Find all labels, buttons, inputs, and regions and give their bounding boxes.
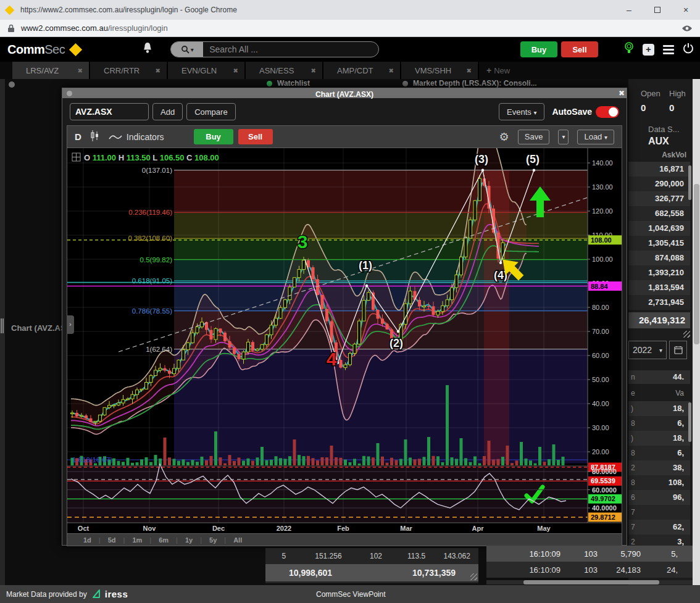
tab-vms-shh[interactable]: VMS/SHH✖ (401, 62, 479, 79)
interval-button[interactable]: D (75, 131, 81, 142)
market-data-text: Market Data provided by (6, 590, 87, 599)
tab-close-icon[interactable]: ✖ (78, 67, 83, 74)
depth-scrollbar[interactable] (688, 402, 691, 442)
depth-row[interactable]: 86, (628, 416, 690, 431)
search-box[interactable]: ▾ (170, 41, 379, 57)
chart-canvas[interactable]: 34(1)(2)(3)(4)(5)140.00130.00120.00110.0… (67, 148, 622, 533)
chart-buy-button[interactable]: Buy (194, 129, 233, 144)
calendar-button[interactable] (669, 341, 687, 359)
search-input[interactable] (203, 44, 370, 54)
askvol-row[interactable]: 1,042,639 (628, 221, 690, 236)
askvol-row[interactable]: 1,813,594 (628, 280, 690, 295)
header-buy-button[interactable]: Buy (520, 41, 557, 57)
svg-text:4: 4 (327, 349, 337, 369)
events-dropdown[interactable]: Events ▾ (499, 103, 544, 120)
depth-row[interactable]: )18, (628, 401, 690, 416)
range-1m[interactable]: 1m (125, 536, 149, 544)
tab-close-icon[interactable]: ✖ (389, 67, 394, 74)
menu-icon[interactable] (663, 45, 674, 54)
range-all[interactable]: All (226, 536, 249, 544)
horizontal-scrollbar[interactable] (486, 580, 693, 584)
depth-row[interactable]: 8108, (628, 475, 690, 490)
range-5y[interactable]: 5y (202, 536, 224, 544)
tab-evn-gln[interactable]: EVN/GLN✖ (168, 62, 246, 79)
left-splitter[interactable] (0, 79, 5, 585)
trade-cell: 5, (641, 549, 678, 559)
symbol-input[interactable] (70, 103, 149, 120)
tab-close-icon[interactable]: ✖ (311, 67, 316, 74)
page-scrollbar[interactable] (693, 79, 700, 585)
market-depth-window-title[interactable]: Market Depth (LRS.ASX): Consoli... (402, 79, 626, 88)
scrollbar-thumb[interactable] (523, 580, 659, 584)
power-icon[interactable] (683, 43, 694, 56)
tab-asn-ess[interactable]: ASN/ESS✖ (246, 62, 323, 79)
maximize-button[interactable] (643, 0, 672, 20)
depth-row[interactable]: )18, (628, 431, 690, 446)
tab-close-icon[interactable]: ✖ (233, 67, 238, 74)
save-dropdown-button[interactable]: ▾ (558, 130, 569, 144)
trade-row[interactable]: 16:10:0910324,18324, (486, 562, 693, 578)
background-chart-window-title[interactable]: Chart (AVZ.AS (11, 323, 66, 333)
chart-window-titlebar[interactable]: Chart (AVZ.ASX) ✖ (62, 88, 627, 98)
compare-button[interactable]: Compare (186, 103, 235, 120)
tab-close-icon[interactable]: ✖ (467, 67, 472, 74)
askvol-row[interactable]: 874,088 (628, 251, 690, 265)
svg-text:(3): (3) (475, 153, 488, 165)
askvol-row[interactable]: 16,871 (628, 162, 690, 177)
add-window-icon[interactable]: + (643, 44, 654, 56)
depth-row[interactable]: 762, (628, 520, 690, 534)
tab-close-icon[interactable]: ✖ (156, 67, 160, 74)
tab-amp-cdt[interactable]: AMP/CDT✖ (323, 62, 401, 79)
autosave-toggle[interactable] (596, 106, 619, 118)
trade-cell: 16:10:09 (486, 565, 560, 575)
candlestick-type-icon[interactable] (90, 130, 100, 144)
header-sell-button[interactable]: Sell (561, 41, 598, 57)
quote-value: 151.256 (302, 552, 355, 560)
quote-value: 5 (265, 552, 302, 560)
askvol-row[interactable]: 682,558 (628, 206, 690, 221)
cut-fragment: 7 (631, 520, 635, 534)
range-6m[interactable]: 6m (151, 536, 176, 544)
splitter-handle[interactable] (1, 318, 4, 333)
watchlist-window-title[interactable]: Watchlist (267, 79, 378, 88)
add-button[interactable]: Add (152, 103, 183, 120)
url-text[interactable]: www2.commsec.com.au/iressplugin/login (21, 23, 681, 33)
tab-lrs-avz[interactable]: LRS/AVZ✖ (12, 62, 90, 79)
askvol-row[interactable]: 2,731,945 (628, 295, 690, 310)
year-dropdown[interactable]: 2022▾ (628, 341, 667, 359)
notifications-bell-icon[interactable] (142, 42, 153, 57)
gear-icon[interactable]: ⚙ (499, 130, 509, 143)
panel-resize-grip[interactable] (470, 573, 477, 580)
range-5d[interactable]: 5d (101, 536, 123, 544)
depth-row[interactable]: 696, (628, 490, 690, 505)
load-dropdown-button[interactable]: Load ▾ (577, 130, 614, 144)
askvol-row[interactable]: 326,777 (628, 191, 690, 206)
save-button[interactable]: Save (518, 130, 550, 144)
lightbulb-icon[interactable] (624, 41, 634, 57)
askvol-row[interactable]: 290,000 (628, 177, 690, 191)
indicators-button[interactable]: Indicators (109, 132, 164, 142)
range-1y[interactable]: 1y (178, 536, 200, 544)
askvol-row[interactable]: 1,393,210 (628, 265, 690, 280)
askvol-scrollbar[interactable] (688, 165, 691, 200)
eye-icon[interactable] (681, 25, 693, 32)
svg-text:May: May (537, 525, 551, 532)
depth-row[interactable]: 238, (628, 460, 690, 475)
range-1d[interactable]: 1d (76, 536, 99, 544)
trade-row[interactable]: 16:10:091035,7905, (486, 546, 693, 562)
panel-expander[interactable]: › (67, 315, 74, 334)
minimize-button[interactable]: – (615, 0, 643, 20)
panel-resize-grip[interactable] (683, 331, 690, 338)
chart-sell-button[interactable]: Sell (238, 129, 273, 144)
new-tab-button[interactable]: +New (486, 62, 510, 79)
depth-row[interactable]: 7 (628, 505, 690, 520)
chart-window-close-icon[interactable]: ✖ (619, 88, 625, 98)
search-scope-button[interactable]: ▾ (171, 42, 203, 57)
scrollbar-thumb[interactable] (694, 184, 699, 344)
url-bar[interactable]: www2.commsec.com.au/iressplugin/login (0, 20, 700, 37)
depth-row[interactable]: 86, (628, 446, 690, 460)
tab-crr-rtr[interactable]: CRR/RTR✖ (90, 62, 168, 79)
close-button[interactable]: × (672, 0, 700, 20)
askvol-row[interactable]: 1,305,415 (628, 236, 690, 251)
logo-sec: Sec (44, 43, 65, 56)
